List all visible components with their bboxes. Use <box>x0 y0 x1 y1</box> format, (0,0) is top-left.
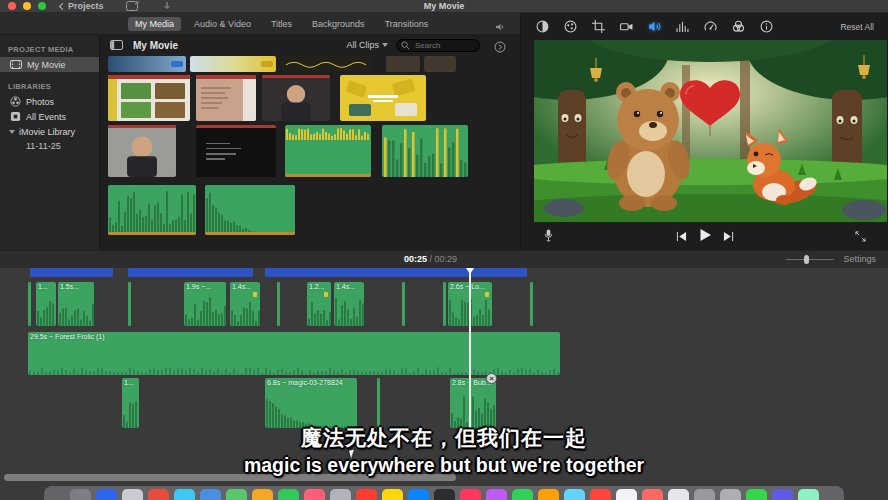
effects-icon[interactable] <box>731 20 745 34</box>
dock-app-icon[interactable] <box>122 489 143 500</box>
dock-app-icon[interactable] <box>798 489 819 500</box>
search-input[interactable] <box>413 40 475 51</box>
timeline-zoom-slider[interactable] <box>786 253 834 265</box>
video-viewer[interactable] <box>534 40 887 222</box>
dock-app-icon[interactable] <box>278 489 299 500</box>
sidebar-item-all-events[interactable]: All Events <box>0 109 99 124</box>
audio-clip[interactable]: 1... <box>36 282 56 326</box>
dock-app-icon[interactable] <box>512 489 533 500</box>
clip-delete-badge[interactable]: × <box>486 373 497 384</box>
sidebar-item-my-movie[interactable]: My Movie <box>0 57 99 72</box>
dock-app-icon[interactable] <box>330 489 351 500</box>
dock-app-icon[interactable] <box>174 489 195 500</box>
tab-titles[interactable]: Titles <box>264 17 299 31</box>
playhead-handle[interactable] <box>466 268 474 274</box>
media-thumbnail-collage[interactable] <box>108 75 190 121</box>
color-balance-icon[interactable] <box>535 20 549 34</box>
crop-icon[interactable] <box>591 20 605 34</box>
sidebar-item-imovie-library[interactable]: iMovie Library <box>0 124 99 139</box>
title-bar-segment[interactable] <box>265 268 527 277</box>
dock-app-icon[interactable] <box>772 489 793 500</box>
dock-app-icon[interactable] <box>642 489 663 500</box>
dock-app-icon[interactable] <box>226 489 247 500</box>
play-button[interactable] <box>698 228 712 246</box>
dock-app-icon[interactable] <box>434 489 455 500</box>
media-thumbnail-notes[interactable] <box>196 75 256 121</box>
microphone-icon[interactable] <box>543 228 554 246</box>
media-thumbnail-strip-grad[interactable] <box>190 56 276 72</box>
dock-app-icon[interactable] <box>200 489 221 500</box>
audio-clip[interactable]: 1.4s... <box>230 282 260 326</box>
projects-back-button[interactable]: Projects <box>60 1 104 11</box>
dock-app-icon[interactable] <box>70 489 91 500</box>
media-thumbnail-green-spikes[interactable] <box>382 125 468 177</box>
info-icon[interactable] <box>759 20 773 34</box>
sidebar-item-event-date[interactable]: 11-11-25 <box>0 139 99 153</box>
media-thumbnail-webcam[interactable] <box>262 75 330 121</box>
audio-clip[interactable]: 1.9s ~... <box>184 282 226 326</box>
dock-app-icon[interactable] <box>720 489 741 500</box>
media-thumbnail-webcam2[interactable] <box>108 125 176 177</box>
speed-icon[interactable] <box>703 20 717 34</box>
zoom-button[interactable] <box>38 2 46 10</box>
dock-app-icon[interactable] <box>590 489 611 500</box>
title-bar-segment[interactable] <box>128 268 253 277</box>
dock-app-icon[interactable] <box>668 489 689 500</box>
media-thumbnail-wave-decay[interactable] <box>205 185 295 235</box>
previous-frame-button[interactable] <box>675 228 688 246</box>
media-thumbnail-promo[interactable] <box>340 75 426 121</box>
volume-icon[interactable] <box>647 20 661 34</box>
audio-clip[interactable]: 1.5s... <box>58 282 94 326</box>
sidebar-toggle-icon[interactable] <box>110 36 123 54</box>
clip-sliver[interactable] <box>128 282 131 326</box>
dock-app-icon[interactable] <box>96 489 117 500</box>
clip-sliver[interactable] <box>28 282 31 326</box>
dock-app-icon[interactable] <box>694 489 715 500</box>
media-thumbnail-strip-photo[interactable] <box>386 56 420 72</box>
fullscreen-icon[interactable] <box>855 228 866 246</box>
noise-reduction-icon[interactable] <box>675 20 689 34</box>
tab-my-media[interactable]: My Media <box>128 17 181 31</box>
dock-app-icon[interactable] <box>252 489 273 500</box>
dock-app-icon[interactable] <box>356 489 377 500</box>
minimize-button[interactable] <box>23 2 31 10</box>
media-thumbnail-strip-wave[interactable] <box>282 56 370 72</box>
media-thumbnail-terminal[interactable] <box>196 125 276 177</box>
media-thumbnail-strip-blue[interactable] <box>108 56 186 72</box>
audio-clip[interactable]: 1.4s... <box>334 282 364 326</box>
tab-audio-video[interactable]: Audio & Video <box>187 17 258 31</box>
stabilization-icon[interactable] <box>619 20 633 34</box>
dock-app-icon[interactable] <box>564 489 585 500</box>
color-correction-icon[interactable] <box>563 20 577 34</box>
tab-backgrounds[interactable]: Backgrounds <box>305 17 372 31</box>
tab-transitions[interactable]: Transitions <box>378 17 436 31</box>
audio-clip[interactable]: 1.2... <box>307 282 331 326</box>
reset-all-button[interactable]: Reset All <box>840 22 874 32</box>
clips-filter-dropdown[interactable]: All Clips <box>346 40 388 50</box>
clip-sliver[interactable] <box>377 378 380 428</box>
next-frame-button[interactable] <box>722 228 735 246</box>
audio-meter-icon[interactable] <box>495 18 506 36</box>
dock-app-icon[interactable] <box>148 489 169 500</box>
dock-app-icon[interactable] <box>616 489 637 500</box>
download-icon[interactable] <box>162 1 172 11</box>
clip-sliver[interactable] <box>530 282 533 326</box>
sound-effect-clip[interactable]: 2.8s ~ Bub... <box>450 378 496 428</box>
dock-app-icon[interactable] <box>408 489 429 500</box>
dock-app-icon[interactable] <box>382 489 403 500</box>
share-icon[interactable] <box>126 1 140 11</box>
clip-sliver[interactable] <box>402 282 405 326</box>
media-thumbnail-green-top-wave[interactable] <box>285 125 371 177</box>
media-thumbnail-strip-photo[interactable] <box>424 56 456 72</box>
clip-sliver[interactable] <box>277 282 280 326</box>
zoom-slider-knob[interactable] <box>804 255 809 264</box>
dock-app-icon[interactable] <box>486 489 507 500</box>
search-box[interactable] <box>396 39 480 52</box>
sound-effect-clip[interactable]: 6.8s ~ magic-03-278824 <box>265 378 357 428</box>
playhead[interactable] <box>469 268 471 430</box>
advanced-arrow-icon[interactable] <box>494 39 506 57</box>
media-thumbnail-wave-bars[interactable] <box>108 185 196 235</box>
title-bar-segment[interactable] <box>30 268 113 277</box>
dock-app-icon[interactable] <box>304 489 325 500</box>
close-button[interactable] <box>8 2 16 10</box>
